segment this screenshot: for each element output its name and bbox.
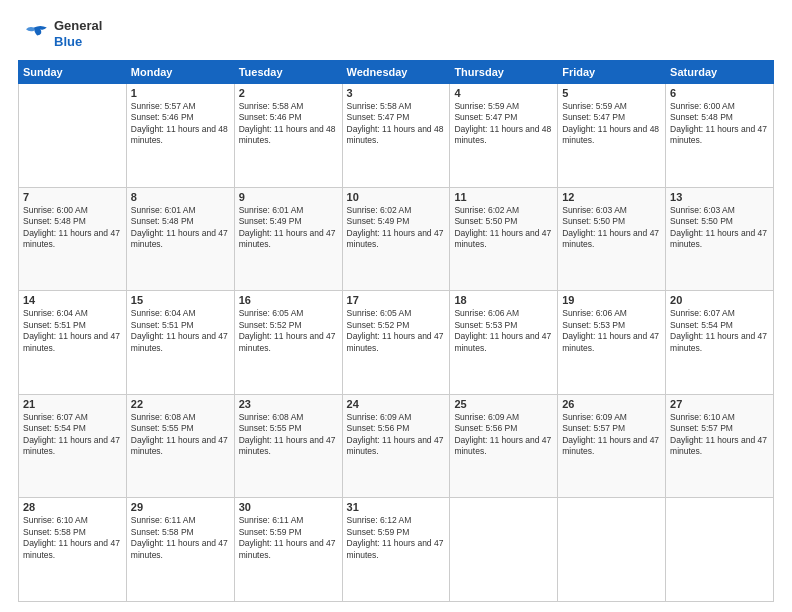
- calendar-cell: 23Sunrise: 6:08 AMSunset: 5:55 PMDayligh…: [234, 394, 342, 498]
- day-number: 10: [347, 191, 446, 203]
- calendar-cell: 30Sunrise: 6:11 AMSunset: 5:59 PMDayligh…: [234, 498, 342, 602]
- calendar-table: SundayMondayTuesdayWednesdayThursdayFrid…: [18, 60, 774, 602]
- day-number: 20: [670, 294, 769, 306]
- calendar-cell: [666, 498, 774, 602]
- cell-details: Sunrise: 6:11 AMSunset: 5:58 PMDaylight:…: [131, 515, 230, 561]
- weekday-header-sunday: Sunday: [19, 61, 127, 84]
- calendar-cell: 22Sunrise: 6:08 AMSunset: 5:55 PMDayligh…: [126, 394, 234, 498]
- cell-details: Sunrise: 5:57 AMSunset: 5:46 PMDaylight:…: [131, 101, 230, 147]
- cell-details: Sunrise: 6:12 AMSunset: 5:59 PMDaylight:…: [347, 515, 446, 561]
- cell-details: Sunrise: 6:08 AMSunset: 5:55 PMDaylight:…: [131, 412, 230, 458]
- day-number: 7: [23, 191, 122, 203]
- cell-details: Sunrise: 6:09 AMSunset: 5:56 PMDaylight:…: [347, 412, 446, 458]
- calendar-cell: 18Sunrise: 6:06 AMSunset: 5:53 PMDayligh…: [450, 291, 558, 395]
- weekday-header-tuesday: Tuesday: [234, 61, 342, 84]
- day-number: 22: [131, 398, 230, 410]
- cell-details: Sunrise: 6:03 AMSunset: 5:50 PMDaylight:…: [562, 205, 661, 251]
- calendar-cell: 14Sunrise: 6:04 AMSunset: 5:51 PMDayligh…: [19, 291, 127, 395]
- cell-details: Sunrise: 6:10 AMSunset: 5:57 PMDaylight:…: [670, 412, 769, 458]
- calendar-cell: 26Sunrise: 6:09 AMSunset: 5:57 PMDayligh…: [558, 394, 666, 498]
- weekday-header-saturday: Saturday: [666, 61, 774, 84]
- day-number: 9: [239, 191, 338, 203]
- day-number: 24: [347, 398, 446, 410]
- calendar-cell: 3Sunrise: 5:58 AMSunset: 5:47 PMDaylight…: [342, 84, 450, 188]
- week-row-5: 28Sunrise: 6:10 AMSunset: 5:58 PMDayligh…: [19, 498, 774, 602]
- day-number: 21: [23, 398, 122, 410]
- calendar-cell: 27Sunrise: 6:10 AMSunset: 5:57 PMDayligh…: [666, 394, 774, 498]
- calendar-cell: 25Sunrise: 6:09 AMSunset: 5:56 PMDayligh…: [450, 394, 558, 498]
- day-number: 5: [562, 87, 661, 99]
- logo: General Blue: [18, 18, 102, 50]
- week-row-3: 14Sunrise: 6:04 AMSunset: 5:51 PMDayligh…: [19, 291, 774, 395]
- calendar-cell: 7Sunrise: 6:00 AMSunset: 5:48 PMDaylight…: [19, 187, 127, 291]
- calendar-cell: 24Sunrise: 6:09 AMSunset: 5:56 PMDayligh…: [342, 394, 450, 498]
- day-number: 28: [23, 501, 122, 513]
- logo-text-general: General: [54, 18, 102, 34]
- page: General Blue SundayMondayTuesdayWednesda…: [0, 0, 792, 612]
- cell-details: Sunrise: 5:59 AMSunset: 5:47 PMDaylight:…: [454, 101, 553, 147]
- day-number: 29: [131, 501, 230, 513]
- calendar-cell: [19, 84, 127, 188]
- calendar-cell: 1Sunrise: 5:57 AMSunset: 5:46 PMDaylight…: [126, 84, 234, 188]
- day-number: 18: [454, 294, 553, 306]
- calendar-cell: [558, 498, 666, 602]
- cell-details: Sunrise: 6:01 AMSunset: 5:49 PMDaylight:…: [239, 205, 338, 251]
- cell-details: Sunrise: 6:09 AMSunset: 5:57 PMDaylight:…: [562, 412, 661, 458]
- calendar-cell: 5Sunrise: 5:59 AMSunset: 5:47 PMDaylight…: [558, 84, 666, 188]
- cell-details: Sunrise: 6:07 AMSunset: 5:54 PMDaylight:…: [670, 308, 769, 354]
- calendar-cell: 28Sunrise: 6:10 AMSunset: 5:58 PMDayligh…: [19, 498, 127, 602]
- calendar-cell: 12Sunrise: 6:03 AMSunset: 5:50 PMDayligh…: [558, 187, 666, 291]
- day-number: 8: [131, 191, 230, 203]
- calendar-cell: 31Sunrise: 6:12 AMSunset: 5:59 PMDayligh…: [342, 498, 450, 602]
- logo-bird-icon: [18, 18, 50, 50]
- cell-details: Sunrise: 6:00 AMSunset: 5:48 PMDaylight:…: [23, 205, 122, 251]
- cell-details: Sunrise: 6:08 AMSunset: 5:55 PMDaylight:…: [239, 412, 338, 458]
- day-number: 27: [670, 398, 769, 410]
- day-number: 31: [347, 501, 446, 513]
- day-number: 6: [670, 87, 769, 99]
- calendar-cell: 13Sunrise: 6:03 AMSunset: 5:50 PMDayligh…: [666, 187, 774, 291]
- cell-details: Sunrise: 6:11 AMSunset: 5:59 PMDaylight:…: [239, 515, 338, 561]
- cell-details: Sunrise: 5:58 AMSunset: 5:46 PMDaylight:…: [239, 101, 338, 147]
- calendar-cell: 4Sunrise: 5:59 AMSunset: 5:47 PMDaylight…: [450, 84, 558, 188]
- cell-details: Sunrise: 6:06 AMSunset: 5:53 PMDaylight:…: [562, 308, 661, 354]
- calendar-cell: 11Sunrise: 6:02 AMSunset: 5:50 PMDayligh…: [450, 187, 558, 291]
- day-number: 23: [239, 398, 338, 410]
- day-number: 15: [131, 294, 230, 306]
- header: General Blue: [18, 18, 774, 50]
- weekday-header-row: SundayMondayTuesdayWednesdayThursdayFrid…: [19, 61, 774, 84]
- calendar-cell: 20Sunrise: 6:07 AMSunset: 5:54 PMDayligh…: [666, 291, 774, 395]
- day-number: 26: [562, 398, 661, 410]
- calendar-cell: 8Sunrise: 6:01 AMSunset: 5:48 PMDaylight…: [126, 187, 234, 291]
- calendar-cell: 29Sunrise: 6:11 AMSunset: 5:58 PMDayligh…: [126, 498, 234, 602]
- cell-details: Sunrise: 6:00 AMSunset: 5:48 PMDaylight:…: [670, 101, 769, 147]
- cell-details: Sunrise: 6:01 AMSunset: 5:48 PMDaylight:…: [131, 205, 230, 251]
- day-number: 1: [131, 87, 230, 99]
- week-row-1: 1Sunrise: 5:57 AMSunset: 5:46 PMDaylight…: [19, 84, 774, 188]
- cell-details: Sunrise: 6:09 AMSunset: 5:56 PMDaylight:…: [454, 412, 553, 458]
- calendar-cell: 10Sunrise: 6:02 AMSunset: 5:49 PMDayligh…: [342, 187, 450, 291]
- cell-details: Sunrise: 6:06 AMSunset: 5:53 PMDaylight:…: [454, 308, 553, 354]
- day-number: 3: [347, 87, 446, 99]
- cell-details: Sunrise: 5:59 AMSunset: 5:47 PMDaylight:…: [562, 101, 661, 147]
- cell-details: Sunrise: 5:58 AMSunset: 5:47 PMDaylight:…: [347, 101, 446, 147]
- day-number: 11: [454, 191, 553, 203]
- day-number: 2: [239, 87, 338, 99]
- weekday-header-thursday: Thursday: [450, 61, 558, 84]
- cell-details: Sunrise: 6:07 AMSunset: 5:54 PMDaylight:…: [23, 412, 122, 458]
- cell-details: Sunrise: 6:05 AMSunset: 5:52 PMDaylight:…: [347, 308, 446, 354]
- calendar-cell: 9Sunrise: 6:01 AMSunset: 5:49 PMDaylight…: [234, 187, 342, 291]
- calendar-cell: 2Sunrise: 5:58 AMSunset: 5:46 PMDaylight…: [234, 84, 342, 188]
- week-row-4: 21Sunrise: 6:07 AMSunset: 5:54 PMDayligh…: [19, 394, 774, 498]
- cell-details: Sunrise: 6:10 AMSunset: 5:58 PMDaylight:…: [23, 515, 122, 561]
- calendar-cell: 15Sunrise: 6:04 AMSunset: 5:51 PMDayligh…: [126, 291, 234, 395]
- day-number: 4: [454, 87, 553, 99]
- calendar-cell: 17Sunrise: 6:05 AMSunset: 5:52 PMDayligh…: [342, 291, 450, 395]
- day-number: 25: [454, 398, 553, 410]
- day-number: 19: [562, 294, 661, 306]
- calendar-cell: 16Sunrise: 6:05 AMSunset: 5:52 PMDayligh…: [234, 291, 342, 395]
- cell-details: Sunrise: 6:03 AMSunset: 5:50 PMDaylight:…: [670, 205, 769, 251]
- day-number: 13: [670, 191, 769, 203]
- weekday-header-monday: Monday: [126, 61, 234, 84]
- day-number: 16: [239, 294, 338, 306]
